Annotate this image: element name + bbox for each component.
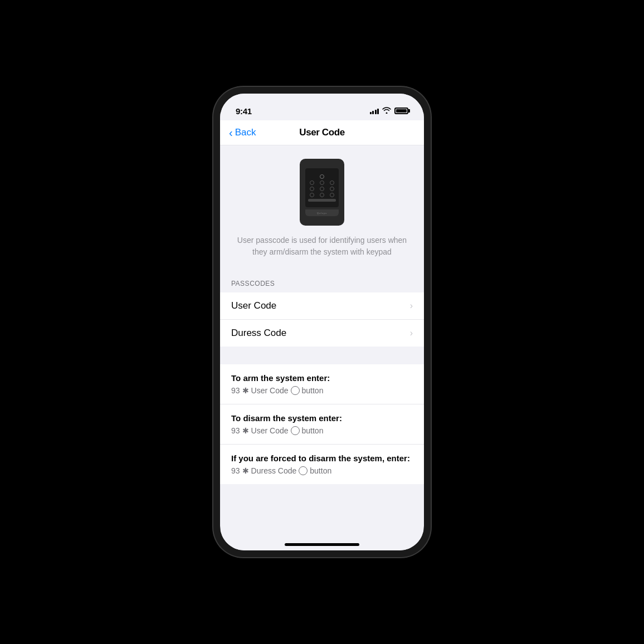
status-icons: [370, 107, 409, 115]
hero-description: User passcode is used for identifying us…: [231, 235, 413, 258]
instructions-section: To arm the system enter: 93 ✱ User Code …: [220, 364, 424, 484]
asterisk-icon-1: ✱: [242, 386, 249, 395]
device-buttons-grid: [308, 180, 336, 197]
instruction-forced-disarm: If you are forced to disarm the system, …: [220, 445, 424, 484]
back-label: Back: [235, 127, 256, 138]
user-code-label: User Code: [231, 300, 276, 311]
bottom-padding: [220, 484, 424, 501]
user-code-item[interactable]: User Code ›: [220, 292, 424, 320]
signal-bars-icon: [370, 108, 379, 114]
back-chevron-icon: ‹: [229, 127, 233, 138]
device-btn-5: [320, 187, 324, 191]
device-btn-9: [330, 193, 334, 197]
device-btn-6: [330, 187, 334, 191]
asterisk-icon-3: ✱: [242, 466, 249, 475]
wifi-icon: [382, 107, 391, 115]
instruction-forced-suffix: button: [310, 466, 331, 475]
battery-fill: [396, 109, 407, 113]
circle-icon-1: [291, 386, 300, 395]
instruction-arm-num: 93: [231, 386, 240, 395]
signal-bar-3: [375, 110, 377, 114]
device-base: Qolsys: [305, 209, 339, 216]
device-image: Qolsys: [300, 159, 344, 226]
passcodes-label: PASSCODES: [231, 280, 275, 287]
instruction-arm: To arm the system enter: 93 ✱ User Code …: [220, 364, 424, 404]
passcodes-list: User Code › Duress Code ›: [220, 292, 424, 347]
status-bar: 9:41: [220, 94, 424, 120]
instruction-forced-code: Duress Code: [251, 466, 297, 475]
duress-code-item[interactable]: Duress Code ›: [220, 320, 424, 347]
nav-title: User Code: [299, 127, 344, 138]
device-btn-1: [310, 180, 314, 185]
device-screen: [305, 168, 339, 207]
instruction-arm-title: To arm the system enter:: [231, 373, 413, 383]
device-btn-2: [320, 180, 324, 185]
phone-screen: 9:41: [220, 94, 424, 550]
instruction-disarm-num: 93: [231, 426, 240, 435]
instruction-disarm: To disarm the system enter: 93 ✱ User Co…: [220, 404, 424, 445]
passcodes-section-header: PASSCODES: [220, 269, 424, 292]
back-button[interactable]: ‹ Back: [229, 127, 256, 138]
instruction-arm-suffix: button: [302, 386, 324, 395]
duress-code-label: Duress Code: [231, 328, 286, 339]
instruction-arm-code: User Code: [251, 386, 289, 395]
instruction-disarm-detail: 93 ✱ User Code button: [231, 426, 413, 435]
signal-bar-2: [372, 111, 374, 114]
device-btn-7: [310, 193, 314, 197]
device-btn-3: [330, 180, 334, 185]
instruction-disarm-suffix: button: [302, 426, 324, 435]
instruction-arm-detail: 93 ✱ User Code button: [231, 386, 413, 395]
circle-icon-2: [291, 426, 300, 435]
user-code-chevron-icon: ›: [410, 301, 413, 311]
circle-icon-3: [299, 466, 308, 475]
device-status-dot: [320, 174, 324, 179]
asterisk-icon-2: ✱: [242, 426, 249, 435]
battery-icon: [394, 108, 408, 114]
signal-bar-1: [370, 112, 372, 114]
main-content: Qolsys User passcode is used for identif…: [220, 145, 424, 531]
device-btn-8: [320, 193, 324, 197]
instruction-forced-num: 93: [231, 466, 240, 475]
home-bar: [285, 543, 359, 546]
instruction-forced-title: If you are forced to disarm the system, …: [231, 453, 413, 463]
device-btn-4: [310, 187, 314, 191]
instruction-disarm-code: User Code: [251, 426, 289, 435]
home-indicator: [220, 531, 424, 550]
instruction-forced-detail: 93 ✱ Duress Code button: [231, 466, 413, 475]
section-divider-1: [220, 347, 424, 364]
phone-device: 9:41: [213, 87, 431, 557]
device-brand-text: Qolsys: [317, 212, 327, 214]
instruction-disarm-title: To disarm the system enter:: [231, 413, 413, 423]
duress-code-chevron-icon: ›: [410, 328, 413, 338]
signal-bar-4: [377, 109, 379, 114]
hero-section: Qolsys User passcode is used for identif…: [220, 145, 424, 269]
status-time: 9:41: [236, 106, 252, 116]
nav-bar: ‹ Back User Code: [220, 120, 424, 145]
device-brand-strip: [308, 199, 336, 202]
